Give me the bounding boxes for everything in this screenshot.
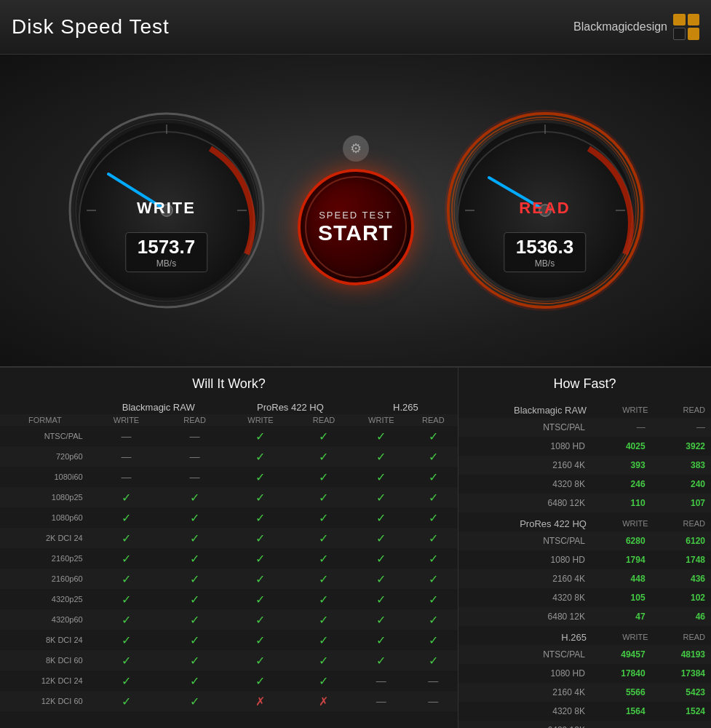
list-item: 2160 4K448436 — [458, 569, 711, 588]
write-val: 1794 — [592, 550, 654, 569]
format-cell: NTSC/PAL — [0, 426, 90, 446]
read-val: 6120 — [654, 531, 711, 550]
check-cell: ✓ — [90, 589, 163, 609]
list-item: 2160 4K55665423 — [458, 683, 711, 702]
write-val: — — [592, 418, 654, 437]
check-cell: ✓ — [294, 548, 354, 569]
list-item: NTSC/PAL4945748193 — [458, 645, 711, 664]
check-cell: ✓ — [409, 609, 458, 630]
check-cell: ✓ — [409, 487, 458, 507]
read-value: 1536.3 — [516, 236, 574, 258]
check-cell: ✓ — [294, 426, 354, 446]
read-val: 17384 — [654, 664, 711, 683]
read-val: 436 — [654, 569, 711, 588]
list-item: 4320 8K246240 — [458, 475, 711, 494]
check-cell: — — [354, 670, 409, 691]
check-cell: ✓ — [354, 548, 409, 569]
write-val: 1564 — [592, 702, 654, 721]
table-row: 4320p60✓✓✓✓✓✓ — [0, 609, 458, 630]
write-val: 17840 — [592, 664, 654, 683]
check-cell: ✓ — [409, 426, 458, 446]
check-cell: ✓ — [354, 650, 409, 670]
check-cell: ✓ — [227, 569, 294, 589]
read-val: — — [654, 418, 711, 437]
section-name: Blackmagic RAW — [458, 399, 592, 418]
check-cell: ✓ — [409, 589, 458, 609]
read-val: 46 — [654, 607, 711, 626]
check-cell: ✓ — [354, 467, 409, 487]
section-header-row: Blackmagic RAWWRITEREAD — [458, 399, 711, 418]
write-val: 110 — [592, 494, 654, 513]
will-it-work-title: Will It Work? — [0, 376, 458, 392]
how-fast-title: How Fast? — [458, 376, 711, 392]
check-cell: — — [354, 691, 409, 711]
list-item: 4320 8K15641524 — [458, 702, 711, 721]
check-cell: ✓ — [90, 569, 163, 589]
col-format: FORMAT — [0, 414, 90, 426]
row-label: 2160 4K — [458, 683, 592, 702]
check-cell: ✓ — [227, 467, 294, 487]
check-cell: ✓ — [294, 467, 354, 487]
check-cell: ✓ — [162, 548, 227, 569]
list-item: NTSC/PAL—— — [458, 418, 711, 437]
table-row: 8K DCI 60✓✓✓✓✓✓ — [0, 650, 458, 670]
write-value: 1573.7 — [138, 236, 196, 258]
bottom-section: Will It Work? Blackmagic RAW ProRes 422 … — [0, 368, 711, 728]
format-cell: 8K DCI 24 — [0, 630, 90, 650]
format-cell: 12K DCI 60 — [0, 691, 90, 711]
check-cell: ✓ — [162, 589, 227, 609]
will-it-work-table: Blackmagic RAW ProRes 422 HQ H.265 FORMA… — [0, 399, 458, 711]
start-button[interactable]: SPEED TEST START — [298, 169, 414, 285]
list-item: 1080 HD40253922 — [458, 437, 711, 456]
check-cell: ✓ — [294, 487, 354, 507]
format-cell: 2160p60 — [0, 569, 90, 589]
read-val: 240 — [654, 475, 711, 494]
check-cell: ✓ — [294, 528, 354, 548]
check-cell: ✓ — [294, 630, 354, 650]
how-fast-tbody: Blackmagic RAWWRITEREADNTSC/PAL——1080 HD… — [458, 399, 711, 728]
check-cell: ✓ — [90, 548, 163, 569]
format-cell: 1080p25 — [0, 487, 90, 507]
format-cell: 1080i60 — [0, 467, 90, 487]
check-cell: — — [409, 691, 458, 711]
check-cell: ✓ — [354, 589, 409, 609]
section-header-row: H.265WRITEREAD — [458, 626, 711, 645]
bmd-logo-text: Blackmagicdesign — [573, 20, 667, 33]
read-val: 5423 — [654, 683, 711, 702]
check-cell: — — [162, 446, 227, 467]
braw-header: Blackmagic RAW — [90, 399, 227, 414]
write-val: 49457 — [592, 645, 654, 664]
row-label: 4320 8K — [458, 475, 592, 494]
check-cell: ✓ — [162, 630, 227, 650]
check-cell: ✓ — [354, 507, 409, 528]
table-row: 1080i60——✓✓✓✓ — [0, 467, 458, 487]
check-cell: ✓ — [227, 609, 294, 630]
section-name: H.265 — [458, 626, 592, 645]
write-val: 5566 — [592, 683, 654, 702]
check-cell: ✓ — [162, 528, 227, 548]
check-cell: — — [90, 446, 163, 467]
check-cell: ✓ — [227, 487, 294, 507]
col-prores-write: WRITE — [227, 414, 294, 426]
h265-header: H.265 — [354, 399, 458, 414]
table-row: 12K DCI 60✓✓✗✗—— — [0, 691, 458, 711]
check-cell: ✓ — [409, 507, 458, 528]
check-cell: ✓ — [227, 426, 294, 446]
format-cell: 12K DCI 24 — [0, 670, 90, 691]
bmd-logo: Blackmagicdesign — [573, 14, 699, 40]
write-val: 6280 — [592, 531, 654, 550]
write-gauge: WRITE 1573.7 MB/s — [65, 108, 269, 312]
gear-button[interactable]: ⚙ — [343, 135, 369, 162]
check-cell: ✓ — [90, 507, 163, 528]
check-cell: — — [90, 426, 163, 446]
check-cell: ✓ — [227, 630, 294, 650]
format-cell: 2160p25 — [0, 548, 90, 569]
write-val: 246 — [592, 475, 654, 494]
section-name: ProRes 422 HQ — [458, 513, 592, 531]
row-label: 2160 4K — [458, 569, 592, 588]
read-val: 3922 — [654, 437, 711, 456]
write-label: WRITE — [137, 199, 196, 218]
check-cell: ✓ — [227, 589, 294, 609]
bmd-sq-3 — [673, 28, 686, 41]
table-row: 12K DCI 24✓✓✓✓—— — [0, 670, 458, 691]
